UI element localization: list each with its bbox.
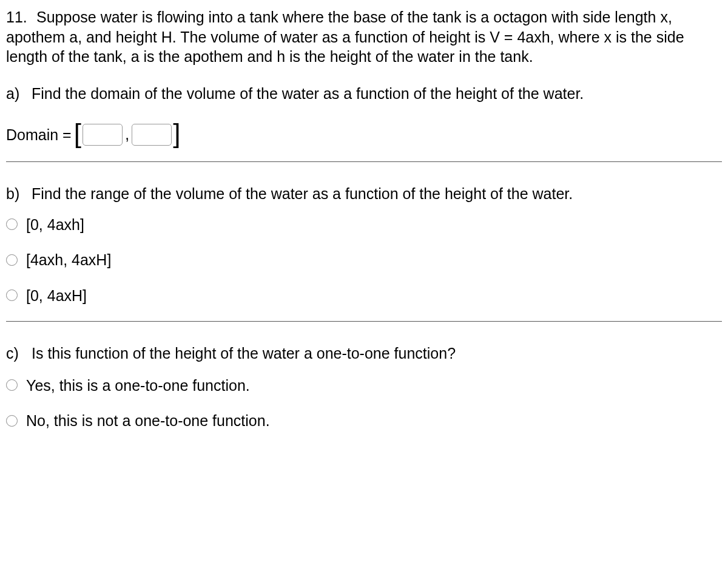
domain-upper-input[interactable] (132, 124, 172, 146)
part-b-option-1[interactable]: [0, 4axh] (6, 215, 722, 235)
part-c-option-1-label: Yes, this is a one-to-one function. (26, 376, 250, 396)
part-b-label: b) (6, 184, 32, 204)
domain-lower-input[interactable] (83, 124, 123, 146)
part-c-text: Is this function of the height of the wa… (32, 345, 456, 362)
question-number: 11. (6, 7, 36, 27)
part-a: a)Find the domain of the volume of the w… (6, 84, 722, 104)
part-b-option-3-label: [0, 4axH] (26, 286, 87, 306)
radio-icon (6, 289, 18, 301)
part-c-option-1[interactable]: Yes, this is a one-to-one function. (6, 376, 722, 396)
radio-icon (6, 415, 18, 427)
part-b-option-2-label: [4axh, 4axH] (26, 250, 111, 270)
divider-1 (6, 161, 722, 162)
part-c: c)Is this function of the height of the … (6, 343, 722, 364)
domain-label: Domain = (6, 125, 72, 145)
part-b-option-1-label: [0, 4axh] (26, 215, 84, 235)
part-a-text: Find the domain of the volume of the wat… (32, 85, 584, 102)
radio-icon (6, 254, 18, 266)
radio-icon (6, 218, 18, 230)
question-header: 11.Suppose water is flowing into a tank … (6, 7, 722, 67)
part-b-text: Find the range of the volume of the wate… (32, 185, 573, 202)
domain-comma: , (125, 124, 129, 145)
divider-2 (6, 321, 722, 322)
part-b-options: [0, 4axh] [4axh, 4axH] [0, 4axH] (6, 215, 722, 306)
part-a-label: a) (6, 84, 32, 104)
right-bracket: ] (173, 120, 180, 147)
domain-input-row: Domain = [ , ] (6, 121, 722, 148)
part-b-option-3[interactable]: [0, 4axH] (6, 286, 722, 306)
part-c-option-2[interactable]: No, this is not a one-to-one function. (6, 411, 722, 431)
part-c-label: c) (6, 343, 32, 364)
part-b-option-2[interactable]: [4axh, 4axH] (6, 250, 722, 270)
part-c-option-2-label: No, this is not a one-to-one function. (26, 411, 270, 431)
part-b: b)Find the range of the volume of the wa… (6, 184, 722, 204)
part-c-options: Yes, this is a one-to-one function. No, … (6, 376, 722, 431)
left-bracket: [ (74, 120, 81, 147)
radio-icon (6, 379, 18, 391)
question-text: Suppose water is flowing into a tank whe… (6, 8, 684, 65)
